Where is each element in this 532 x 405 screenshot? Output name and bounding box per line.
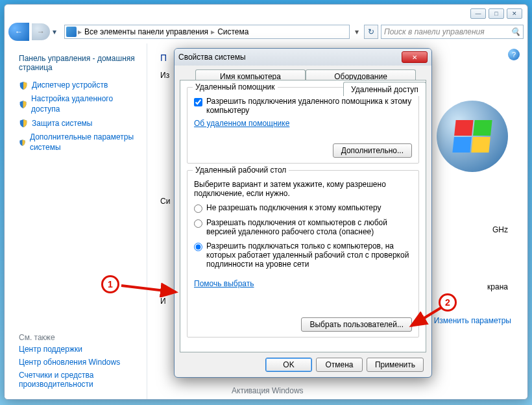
tab-panel-remote: Удаленный помощник Разрешить подключения…: [180, 80, 426, 352]
radio-input[interactable]: [194, 243, 202, 251]
see-also-action-center[interactable]: Центр поддержки: [19, 345, 136, 354]
chevron-right-icon: ▸: [78, 27, 82, 36]
close-button[interactable]: ✕: [507, 8, 522, 19]
apply-button[interactable]: Применить: [367, 358, 424, 372]
sidebar-item-label: Защита системы: [32, 119, 92, 129]
select-users-button[interactable]: Выбрать пользователей...: [301, 317, 412, 332]
dialog-title: Свойства системы: [178, 53, 246, 62]
navbar: ← → ▾ ▸ Все элементы панели управления ▸…: [8, 23, 524, 41]
sidebar-item-system-protection[interactable]: Защита системы: [19, 119, 136, 129]
group-title: Удаленный помощник: [193, 82, 278, 92]
sidebar-item-label: Настройка удаленного доступа: [31, 94, 136, 114]
system-ghz-value: GHz: [492, 225, 508, 234]
breadcrumb-system[interactable]: Система: [216, 27, 250, 36]
shield-icon: [19, 81, 28, 90]
about-remote-assistance-link[interactable]: Об удаленном помощнике: [194, 119, 289, 128]
rdp-option-disallow[interactable]: Не разрешать подключения к этому компьют…: [194, 203, 412, 213]
chevron-right-icon: ▸: [211, 27, 215, 36]
change-settings-link[interactable]: Изменить параметры: [422, 316, 511, 325]
ok-button[interactable]: OK: [265, 358, 312, 372]
rdp-option-any-version[interactable]: Разрешать подключения от компьютеров с л…: [194, 218, 412, 236]
windows-logo: [437, 101, 508, 172]
see-also-heading: См. также: [19, 333, 136, 342]
help-icon[interactable]: ?: [508, 49, 520, 60]
cancel-button[interactable]: Отмена: [316, 358, 363, 372]
sidebar-item-label: Диспетчер устройств: [32, 80, 108, 91]
radio-label: Разрешить подключаться только с компьюте…: [206, 241, 412, 269]
checkbox-label: Разрешить подключения удаленного помощни…: [206, 97, 412, 115]
shield-icon: [19, 119, 28, 128]
sidebar-item-advanced-settings[interactable]: Дополнительные параметры системы: [19, 132, 136, 153]
dialog-close-button[interactable]: ✕: [402, 51, 428, 63]
allow-remote-assistance-checkbox[interactable]: Разрешить подключения удаленного помощни…: [194, 97, 412, 115]
tab-remote[interactable]: Удаленный доступ: [343, 82, 426, 96]
dialog-titlebar[interactable]: Свойства системы ✕: [175, 49, 431, 66]
group-title: Удаленный рабочий стол: [193, 166, 289, 175]
radio-input[interactable]: [194, 219, 202, 228]
see-also-windows-update[interactable]: Центр обновления Windows: [19, 358, 136, 367]
system-properties-dialog: Свойства системы ✕ Имя компьютера Оборуд…: [174, 48, 432, 378]
dialog-button-row: OK Отмена Применить: [265, 358, 424, 372]
section-activation: Активация Windows: [232, 386, 304, 395]
search-icon: 🔍: [511, 27, 520, 36]
nav-back-button[interactable]: ←: [8, 23, 29, 41]
nav-history-dropdown[interactable]: ▾: [53, 27, 62, 36]
sidebar: Панель управления - домашняя страница Ди…: [5, 43, 147, 399]
address-dropdown-icon[interactable]: ▾: [352, 27, 361, 36]
group-remote-assistance: Удаленный помощник Разрешить подключения…: [187, 87, 419, 164]
checkbox-input[interactable]: [194, 98, 202, 106]
search-input[interactable]: Поиск в панели управления 🔍: [381, 25, 524, 39]
shield-icon: [19, 138, 26, 147]
control-panel-icon: [66, 27, 77, 37]
refresh-button[interactable]: ↻: [364, 25, 378, 39]
radio-input[interactable]: [194, 204, 202, 213]
group-remote-desktop: Удаленный рабочий стол Выберите вариант …: [187, 170, 419, 338]
see-also-perf-tools[interactable]: Счетчики и средства производительности: [19, 371, 136, 389]
window-controls: — □ ✕: [470, 8, 522, 19]
sidebar-home-link[interactable]: Панель управления - домашняя страница: [19, 54, 136, 73]
annotation-marker-2: 2: [439, 293, 457, 312]
change-settings-label: Изменить параметры: [434, 316, 511, 325]
minimize-button[interactable]: —: [470, 8, 486, 19]
shield-icon: [19, 100, 27, 109]
sidebar-item-remote-settings[interactable]: Настройка удаленного доступа: [19, 94, 136, 114]
radio-label: Разрешать подключения от компьютеров с л…: [206, 218, 412, 236]
address-bar[interactable]: ▸ Все элементы панели управления ▸ Систе…: [64, 25, 350, 39]
search-placeholder: Поиск в панели управления: [384, 27, 485, 36]
remote-assistance-advanced-button[interactable]: Дополнительно...: [333, 143, 412, 158]
screen-text-fragment: крана: [487, 282, 508, 291]
breadcrumb-all-items[interactable]: Все элементы панели управления: [83, 27, 210, 36]
rdp-instruction-text: Выберите вариант и затем укажите, кому р…: [194, 180, 412, 198]
sidebar-item-label: Дополнительные параметры системы: [30, 132, 136, 153]
rdp-option-nla-only[interactable]: Разрешить подключаться только с компьюте…: [194, 241, 412, 269]
help-choose-link[interactable]: Помочь выбрать: [194, 279, 254, 288]
maximize-button[interactable]: □: [489, 8, 504, 19]
sidebar-item-device-manager[interactable]: Диспетчер устройств: [19, 80, 136, 91]
nav-forward-button: →: [32, 23, 50, 40]
annotation-marker-1: 1: [101, 275, 119, 293]
radio-label: Не разрешать подключения к этому компьют…: [206, 203, 381, 212]
